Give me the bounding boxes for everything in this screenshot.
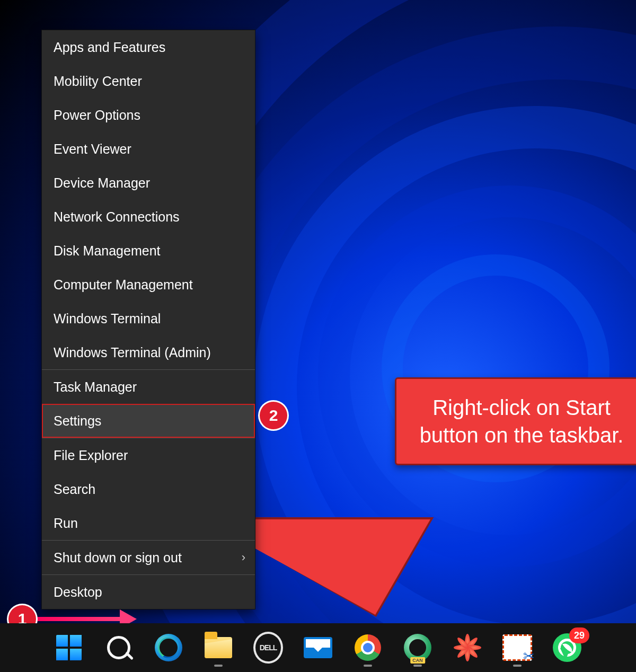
menu-item-network-connections[interactable]: Network Connections xyxy=(42,200,255,234)
notification-badge: 29 xyxy=(569,627,589,643)
menu-item-label: Windows Terminal xyxy=(54,311,161,326)
canary-tag: CAN xyxy=(410,657,425,664)
menu-item-label: Desktop xyxy=(54,585,102,599)
menu-item-task-manager[interactable]: Task Manager xyxy=(42,370,255,404)
menu-item-power-options[interactable]: Power Options xyxy=(42,98,255,132)
folder-icon xyxy=(205,637,232,658)
running-indicator xyxy=(413,665,422,667)
running-indicator xyxy=(364,665,372,667)
menu-item-label: Shut down or sign out xyxy=(54,550,182,565)
menu-item-label: Windows Terminal (Admin) xyxy=(54,345,211,360)
menu-item-windows-terminal-admin-[interactable]: Windows Terminal (Admin) xyxy=(42,335,255,369)
search-icon xyxy=(107,636,130,659)
taskbar-search-button[interactable] xyxy=(104,633,134,662)
menu-item-label: Settings xyxy=(54,413,101,428)
menu-item-shut-down-or-sign-out[interactable]: Shut down or sign out› xyxy=(42,541,255,574)
snipping-tool-icon xyxy=(502,634,532,661)
menu-item-search[interactable]: Search xyxy=(42,472,255,506)
dell-icon: DELL xyxy=(253,632,283,664)
taskbar-huawei[interactable] xyxy=(453,633,482,662)
taskbar-mail[interactable] xyxy=(303,633,333,662)
taskbar-edge-canary[interactable]: CAN xyxy=(403,633,432,662)
huawei-icon xyxy=(454,634,481,661)
mail-icon xyxy=(304,637,332,658)
menu-item-label: Event Viewer xyxy=(54,142,131,156)
menu-item-label: Run xyxy=(54,516,78,530)
annotation-step-2: 2 xyxy=(260,402,287,429)
menu-item-apps-and-features[interactable]: Apps and Features xyxy=(42,30,255,64)
menu-item-mobility-center[interactable]: Mobility Center xyxy=(42,64,255,98)
menu-item-disk-management[interactable]: Disk Management xyxy=(42,234,255,268)
menu-item-settings[interactable]: Settings xyxy=(42,404,255,438)
menu-item-label: Computer Management xyxy=(54,277,193,292)
menu-item-label: Power Options xyxy=(54,108,140,122)
taskbar-whatsapp[interactable]: 29 xyxy=(552,633,582,662)
running-indicator xyxy=(513,665,522,667)
taskbar-dell[interactable]: DELL xyxy=(253,633,283,662)
chrome-icon xyxy=(355,634,381,661)
menu-item-desktop[interactable]: Desktop xyxy=(42,575,255,609)
menu-item-label: Disk Management xyxy=(54,243,160,258)
menu-item-event-viewer[interactable]: Event Viewer xyxy=(42,132,255,166)
menu-item-label: Mobility Center xyxy=(54,74,142,89)
taskbar: DELLCAN29 xyxy=(0,623,636,672)
chevron-right-icon: › xyxy=(242,541,245,574)
edge-canary-icon: CAN xyxy=(404,634,431,661)
start-context-menu: Apps and FeaturesMobility CenterPower Op… xyxy=(41,30,255,609)
windows-start-icon xyxy=(56,635,82,660)
menu-item-label: Device Manager xyxy=(54,175,150,190)
instruction-callout: Right-click on Start button on the taskb… xyxy=(395,377,636,465)
taskbar-edge[interactable] xyxy=(154,633,183,662)
taskbar-chrome[interactable] xyxy=(353,633,383,662)
menu-item-computer-management[interactable]: Computer Management xyxy=(42,268,255,302)
menu-item-windows-terminal[interactable]: Windows Terminal xyxy=(42,302,255,335)
menu-item-run[interactable]: Run xyxy=(42,506,255,540)
menu-item-file-explorer[interactable]: File Explorer xyxy=(42,438,255,472)
edge-icon xyxy=(155,634,182,661)
taskbar-snipping-tool[interactable] xyxy=(502,633,532,662)
annotation-arrow-1 xyxy=(32,617,122,621)
menu-item-label: Network Connections xyxy=(54,209,180,224)
menu-item-device-manager[interactable]: Device Manager xyxy=(42,166,255,200)
desktop-wallpaper: Apps and FeaturesMobility CenterPower Op… xyxy=(0,0,636,672)
taskbar-start-button[interactable] xyxy=(54,633,84,662)
taskbar-file-explorer[interactable] xyxy=(204,633,233,662)
menu-item-label: Apps and Features xyxy=(54,40,165,55)
menu-item-label: Task Manager xyxy=(54,379,137,394)
menu-item-label: File Explorer xyxy=(54,448,128,463)
running-indicator xyxy=(214,665,223,667)
menu-item-label: Search xyxy=(54,482,95,497)
